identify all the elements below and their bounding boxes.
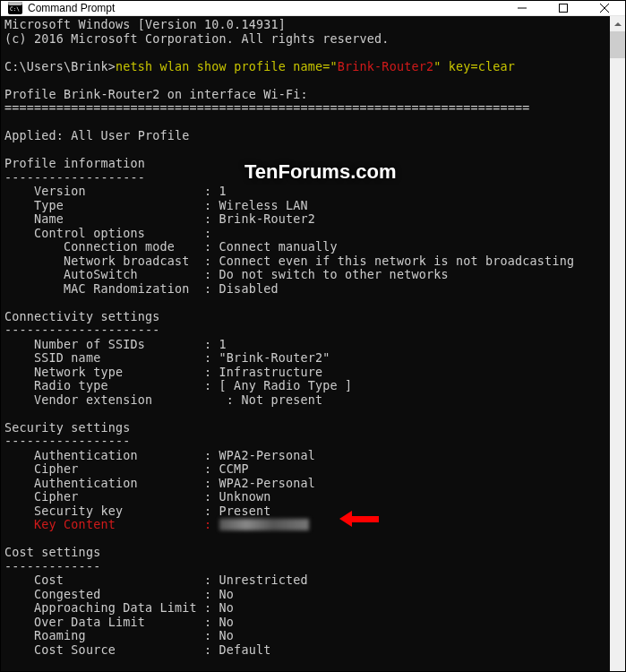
applied-line: Applied: All User Profile (4, 129, 190, 142)
maximize-button[interactable] (543, 1, 584, 15)
row-over: Over Data Limit : No (4, 616, 234, 629)
row-net-type: Network type : Infrastructure (4, 366, 322, 379)
row-control: Control options : (4, 227, 211, 240)
command-prompt-window: C:\ Command Prompt Microsoft Windows [Ve… (1, 1, 625, 671)
watermark-text: TenForums.com (244, 165, 397, 179)
row-vendor: Vendor extension : Not present (4, 393, 322, 407)
dash-line: ------------- (4, 560, 100, 573)
row-key-content-label: Key Content : (4, 518, 219, 531)
row-cipher1: Cipher : CCMP (4, 462, 249, 476)
profile-header: Profile Brink-Router2 on interface Wi-Fi… (4, 88, 308, 101)
svg-rect-4 (560, 4, 568, 13)
scrollbar-track[interactable] (610, 31, 625, 672)
row-autoswitch: AutoSwitch : Do not switch to other netw… (4, 268, 449, 281)
dash-line: ------------------- (4, 171, 145, 185)
scroll-up-button[interactable] (610, 16, 625, 31)
dash-line: --------------------- (4, 323, 160, 337)
minimize-button[interactable] (502, 1, 543, 15)
row-cipher2: Cipher : Unknown (4, 490, 270, 504)
section-title-connectivity: Connectivity settings (4, 310, 160, 323)
window-title: Command Prompt (28, 2, 502, 14)
titlebar[interactable]: C:\ Command Prompt (1, 1, 625, 16)
os-version-line: Microsoft Windows [Version 10.0.14931] (4, 18, 286, 31)
command-text-2: " key=clear (433, 60, 515, 73)
terminal-output[interactable]: Microsoft Windows [Version 10.0.14931] (… (1, 16, 610, 672)
row-mac: MAC Randomization : Disabled (4, 282, 279, 296)
window-controls (502, 1, 625, 15)
section-title-cost: Cost settings (4, 546, 100, 559)
close-button[interactable] (584, 1, 625, 15)
key-content-value-blurred (219, 519, 309, 530)
section-title-security: Security settings (4, 421, 130, 435)
row-auth2: Authentication : WPA2-Personal (4, 477, 315, 490)
row-auth1: Authentication : WPA2-Personal (4, 449, 315, 462)
row-cost: Cost : Unrestricted (4, 573, 308, 587)
row-appr: Approaching Data Limit : No (4, 601, 234, 615)
annotation-arrow (339, 511, 379, 527)
row-roaming: Roaming : No (4, 629, 234, 642)
row-name: Name : Brink-Router2 (4, 212, 315, 226)
divider-line: ========================================… (4, 101, 530, 115)
arrow-line (352, 516, 379, 522)
row-ssid: SSID name : "Brink-Router2" (4, 351, 330, 365)
row-congested: Congested : No (4, 588, 234, 601)
row-broadcast: Network broadcast : Connect even if this… (4, 254, 574, 268)
row-source: Cost Source : Default (4, 643, 270, 657)
terminal-area: Microsoft Windows [Version 10.0.14931] (… (1, 16, 625, 672)
row-seckey: Security key : Present (4, 504, 270, 518)
row-num-ssid: Number of SSIDs : 1 (4, 338, 227, 351)
row-conn-mode: Connection mode : Connect manually (4, 240, 338, 254)
svg-marker-7 (614, 22, 622, 26)
section-title-profile-info: Profile information (4, 157, 145, 170)
command-text-1: netsh wlan show profile name=" (116, 60, 338, 73)
svg-text:C:\: C:\ (10, 5, 20, 12)
row-radio: Radio type : [ Any Radio Type ] (4, 379, 352, 392)
scrollbar-thumb[interactable] (610, 31, 625, 58)
row-type: Type : Wireless LAN (4, 199, 308, 212)
command-profile-name: Brink-Router2 (338, 60, 433, 73)
dash-line: ----------------- (4, 435, 130, 448)
cmd-icon: C:\ (8, 1, 22, 15)
prompt-path: C:\Users\Brink> (4, 60, 116, 73)
arrow-head-icon (339, 511, 352, 527)
copyright-line: (c) 2016 Microsoft Corporation. All righ… (4, 32, 390, 46)
row-version: Version : 1 (4, 185, 227, 198)
vertical-scrollbar[interactable] (610, 16, 625, 672)
